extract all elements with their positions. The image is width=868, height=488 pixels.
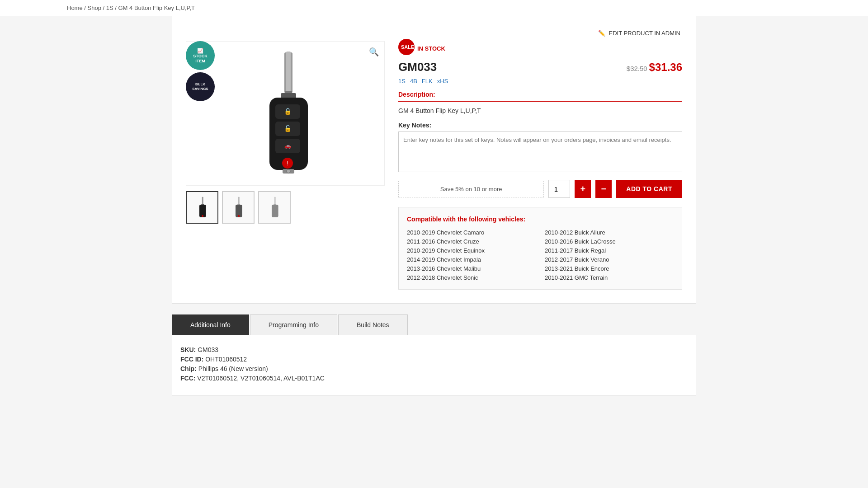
chip-label: Chip: — [180, 365, 197, 372]
vehicle-item: 2014-2019 Chevrolet Impala — [407, 256, 536, 263]
link-flk[interactable]: FLK — [422, 78, 433, 84]
vehicle-item: 2010-2016 Buick LaCrosse — [545, 238, 674, 245]
svg-rect-25 — [272, 205, 278, 217]
thumbnail-3[interactable] — [258, 191, 291, 224]
compatible-section: Compatible with the following vehicles: … — [398, 207, 682, 290]
chip-value: Phillips 46 (New version) — [198, 365, 268, 372]
fcc-id-row: FCC ID: OHT01060512 — [180, 356, 688, 363]
description-text: GM 4 Button Flip Key L,U,P,T — [398, 104, 682, 114]
additional-info-content: SKU: GM033 FCC ID: OHT01060512 Chip: Phi… — [180, 346, 688, 382]
edit-pencil-icon: ✏️ — [598, 30, 605, 37]
breadcrumb-shop[interactable]: Shop — [88, 5, 101, 11]
vehicle-item: 2011-2016 Chevrolet Cruze — [407, 238, 536, 245]
vehicle-item: 2013-2016 Chevrolet Malibu — [407, 265, 536, 272]
breadcrumb-current: GM 4 Button Flip Key L,U,P,T — [118, 5, 195, 11]
link-1s[interactable]: 1S — [398, 78, 406, 84]
description-label: Description: — [398, 91, 682, 102]
bulk-badge-line2: SAVINGS — [192, 87, 208, 91]
badge-stack: 📈 STOCK ITEM BULK SAVINGS — [186, 41, 215, 101]
svg-text:🔒: 🔒 — [284, 108, 292, 115]
breadcrumb-home[interactable]: Home — [67, 5, 83, 11]
sale-price: $31.36 — [649, 61, 682, 73]
tab-additional-info[interactable]: Additional Info — [172, 314, 249, 335]
save-label: Save 5% on 10 or more — [398, 181, 544, 197]
thumbnail-row — [186, 191, 385, 224]
vehicle-item: 2012-2017 Buick Verano — [545, 256, 674, 263]
tab-content: SKU: GM033 FCC ID: OHT01060512 Chip: Phi… — [172, 335, 696, 395]
stock-badge-line2: ITEM — [195, 59, 205, 64]
cart-row: Save 5% on 10 or more + − ADD TO CART — [398, 180, 682, 198]
product-sku: GM033 — [398, 60, 437, 74]
link-4b[interactable]: 4B — [410, 78, 417, 84]
svg-rect-19 — [238, 197, 240, 204]
edit-admin-bar[interactable]: ✏️ EDIT PRODUCT IN ADMIN — [186, 30, 682, 37]
bulk-savings-badge: BULK SAVINGS — [186, 72, 215, 101]
chip-row: Chip: Phillips 46 (New version) — [180, 365, 688, 372]
fcc-row: FCC: V2T01060512, V2T01060514, AVL-B01T1… — [180, 375, 688, 382]
svg-rect-1 — [286, 52, 291, 94]
original-price: $32.50 — [627, 65, 647, 72]
sale-badge: SALE — [398, 39, 415, 55]
vehicle-item: 2012-2018 Chevrolet Sonic — [407, 274, 536, 281]
stock-badge-line1: STOCK — [193, 54, 207, 59]
vehicles-grid: 2010-2019 Chevrolet Camaro2010-2012 Buic… — [407, 229, 674, 281]
key-notes-label: Key Notes: — [398, 122, 682, 129]
tab-build-notes[interactable]: Build Notes — [338, 314, 408, 335]
svg-rect-23 — [274, 197, 276, 204]
product-header: GM033 $32.50 $31.36 — [398, 60, 682, 74]
svg-point-22 — [238, 215, 240, 217]
tab-programming-info[interactable]: Programming Info — [250, 314, 337, 335]
link-xhs[interactable]: xHS — [437, 78, 448, 84]
svg-point-14 — [287, 169, 290, 173]
edit-admin-label: EDIT PRODUCT IN ADMIN — [609, 30, 680, 37]
thumbnail-2[interactable] — [222, 191, 255, 224]
bulk-badge-line1: BULK — [195, 82, 205, 87]
add-to-cart-button[interactable]: ADD TO CART — [616, 180, 682, 198]
fcc-id-value: OHT01060512 — [205, 356, 247, 363]
price-area: $32.50 $31.36 — [627, 61, 682, 74]
in-stock-label: IN STOCK — [417, 45, 445, 52]
breadcrumb: Home / Shop / 1S / GM 4 Button Flip Key … — [0, 0, 868, 16]
breadcrumb-1s[interactable]: 1S — [106, 5, 113, 11]
svg-text:🔓: 🔓 — [284, 125, 292, 132]
vehicle-item: 2011-2017 Buick Regal — [545, 247, 674, 254]
sku-label: SKU: — [180, 346, 196, 353]
fcc-label: FCC: — [180, 375, 195, 382]
key-notes-input[interactable] — [398, 131, 682, 172]
product-links: 1S 4B FLK xHS — [398, 78, 682, 84]
fcc-id-label: FCC ID: — [180, 356, 203, 363]
qty-plus-button[interactable]: + — [575, 180, 591, 198]
vehicle-item: 2010-2021 GMC Terrain — [545, 274, 674, 281]
tabs-bar: Additional InfoProgramming InfoBuild Not… — [172, 314, 696, 335]
product-main-image: 🔒 🔓 🚗 ! — [186, 42, 384, 185]
fcc-value: V2T01060512, V2T01060514, AVL-B01T1AC — [197, 375, 325, 382]
compatible-title: Compatible with the following vehicles: — [407, 216, 674, 223]
svg-rect-15 — [202, 197, 203, 204]
zoom-icon[interactable]: 🔍 — [369, 47, 379, 57]
svg-text:!: ! — [287, 160, 288, 167]
quantity-input[interactable] — [548, 180, 570, 198]
vehicle-item: 2010-2012 Buick Allure — [545, 229, 674, 236]
vehicle-item: 2010-2019 Chevrolet Equinox — [407, 247, 536, 254]
qty-minus-button[interactable]: − — [595, 180, 612, 198]
thumbnail-1[interactable] — [186, 191, 218, 224]
vehicle-item: 2013-2021 Buick Encore — [545, 265, 674, 272]
vehicle-item: 2010-2019 Chevrolet Camaro — [407, 229, 536, 236]
svg-text:🚗: 🚗 — [284, 142, 291, 149]
product-images-section: 📈 STOCK ITEM BULK SAVINGS 🔍 — [186, 41, 385, 290]
svg-point-18 — [202, 215, 203, 217]
product-info-section: SALE IN STOCK GM033 $32.50 $31.36 1S 4B … — [398, 41, 682, 290]
main-image-area: 🔍 🔒 — [186, 41, 385, 186]
stock-item-badge: 📈 STOCK ITEM — [186, 41, 215, 70]
tabs-section: Additional InfoProgramming InfoBuild Not… — [172, 314, 696, 395]
sku-value: GM033 — [198, 346, 218, 353]
sku-row: SKU: GM033 — [180, 346, 688, 353]
